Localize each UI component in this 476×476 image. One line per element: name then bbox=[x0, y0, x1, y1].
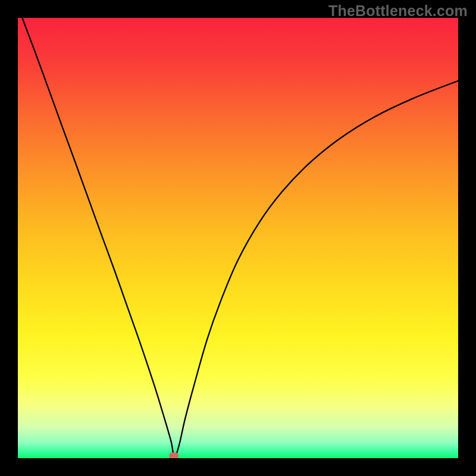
curve-layer bbox=[18, 18, 458, 458]
minimum-marker bbox=[169, 452, 178, 458]
bottleneck-curve bbox=[22, 18, 458, 456]
plot-area bbox=[18, 18, 458, 458]
chart-frame: TheBottleneck.com bbox=[0, 0, 476, 476]
watermark-text: TheBottleneck.com bbox=[328, 2, 468, 20]
